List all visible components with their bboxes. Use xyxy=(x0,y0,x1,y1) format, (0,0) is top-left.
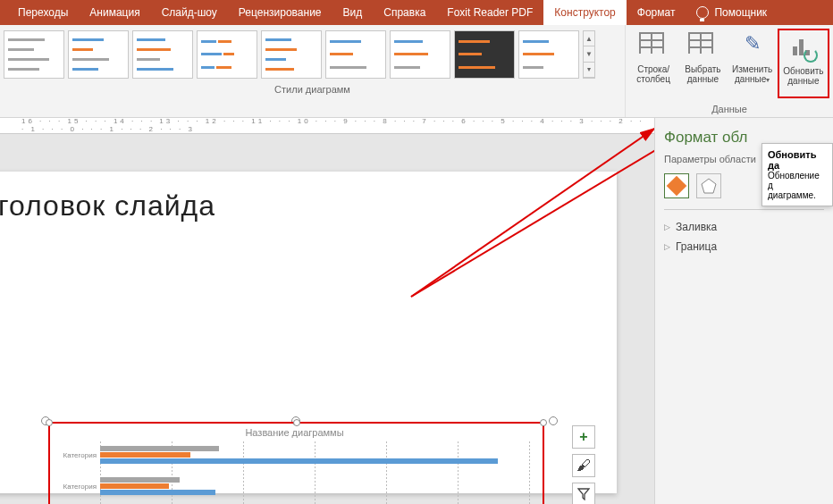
chart-style-thumb[interactable] xyxy=(454,30,515,79)
chart-style-thumb[interactable] xyxy=(325,30,386,79)
select-data-icon xyxy=(688,32,713,54)
chart-style-thumb[interactable] xyxy=(132,30,193,79)
selection-handle[interactable] xyxy=(46,419,53,426)
tab-transitions[interactable]: Переходы xyxy=(7,0,79,25)
tab-slideshow[interactable]: Слайд-шоу xyxy=(151,0,228,25)
help-label: Помощник xyxy=(714,6,767,19)
chart-style-thumb[interactable] xyxy=(390,30,450,79)
chart-style-thumb[interactable] xyxy=(68,30,129,79)
pane-tab-effects[interactable] xyxy=(696,173,721,198)
data-group: Строка/ столбец Выбрать данные ✎ Изменит… xyxy=(626,25,833,117)
ribbon-tab-bar: Переходы Анимация Слайд-шоу Рецензирован… xyxy=(0,0,833,25)
pane-tab-fill[interactable] xyxy=(664,173,689,198)
tab-foxit[interactable]: Foxit Reader PDF xyxy=(436,0,543,25)
chart-elements-button[interactable]: + xyxy=(572,425,595,449)
chevron-right-icon: ▷ xyxy=(664,223,670,231)
workspace: 16 · · · 15 · · · 14 · · · 13 · · · 12 ·… xyxy=(0,118,833,504)
data-group-label: Данные xyxy=(629,104,829,114)
tab-help[interactable]: Справка xyxy=(373,0,436,25)
chart-filters-button[interactable] xyxy=(572,483,595,504)
chart-styles-label: Стили диаграмм xyxy=(4,84,621,95)
switch-row-col-button[interactable]: Строка/ столбец xyxy=(629,29,677,98)
refresh-icon xyxy=(789,34,818,63)
tab-animation[interactable]: Анимация xyxy=(79,0,150,25)
chart-bar[interactable] xyxy=(100,483,169,489)
tab-view[interactable]: Вид xyxy=(332,0,374,25)
chart-object[interactable]: Название диаграммы КатегорияКатегорияКат… xyxy=(48,422,544,504)
chart-style-thumb[interactable] xyxy=(197,30,257,79)
chart-style-thumb[interactable] xyxy=(261,30,322,79)
category-label: Категория xyxy=(55,451,100,459)
chart-bar[interactable] xyxy=(100,452,190,458)
pentagon-icon xyxy=(701,178,717,194)
tab-format[interactable]: Формат xyxy=(627,0,686,25)
chart-bar[interactable] xyxy=(100,477,180,483)
chart-styles-button[interactable]: 🖌 xyxy=(572,454,595,477)
tooltip-body: диаграмме. xyxy=(768,190,816,200)
chart-bar[interactable] xyxy=(100,446,219,451)
pane-item-fill[interactable]: ▷Заливка xyxy=(664,217,824,237)
bulb-icon xyxy=(696,6,709,19)
tab-review[interactable]: Рецензирование xyxy=(228,0,332,25)
pane-item-border[interactable]: ▷Граница xyxy=(664,237,824,256)
funnel-icon xyxy=(577,488,590,500)
selection-handle[interactable] xyxy=(540,419,547,426)
paint-bucket-icon xyxy=(667,176,687,197)
slide-area: 16 · · · 15 · · · 14 · · · 13 · · · 12 ·… xyxy=(0,118,654,504)
edit-data-icon: ✎ xyxy=(738,32,767,61)
chart-style-thumb[interactable] xyxy=(518,30,579,79)
tab-design[interactable]: Конструктор xyxy=(543,0,626,25)
select-data-button[interactable]: Выбрать данные xyxy=(678,29,727,98)
chart-title[interactable]: Название диаграммы xyxy=(55,427,534,438)
selection-handle[interactable] xyxy=(293,419,300,426)
chart-styles-group: ▲▼▾ Стили диаграмм xyxy=(0,25,626,117)
chart-style-thumb[interactable] xyxy=(4,30,64,79)
tooltip-body: Обновление д xyxy=(768,171,820,190)
edit-data-button[interactable]: ✎ Изменить данные▾ xyxy=(728,29,777,98)
tooltip: Обновить да Обновление д диаграмме. xyxy=(761,143,833,206)
switch-icon xyxy=(639,32,664,54)
chevron-right-icon: ▷ xyxy=(664,242,670,251)
tooltip-title: Обновить да xyxy=(768,149,816,171)
selection-handle[interactable] xyxy=(549,416,558,425)
tell-me[interactable]: Помощник xyxy=(686,6,778,19)
category-label: Категория xyxy=(55,483,100,491)
horizontal-ruler: 16 · · · 15 · · · 14 · · · 13 · · · 12 ·… xyxy=(0,118,654,134)
refresh-data-button[interactable]: Обновить данные xyxy=(778,29,829,98)
svg-marker-2 xyxy=(702,179,716,193)
chart-plot-area[interactable]: КатегорияКатегорияКатегорияКатегория0204… xyxy=(55,441,534,504)
slide-title[interactable]: головок слайда xyxy=(0,172,617,231)
ribbon-body: ▲▼▾ Стили диаграмм Строка/ столбец Выбра… xyxy=(0,25,833,118)
chart-bar[interactable] xyxy=(100,458,498,464)
chart-bar[interactable] xyxy=(100,490,215,495)
chart-style-more[interactable]: ▲▼▾ xyxy=(583,30,595,79)
